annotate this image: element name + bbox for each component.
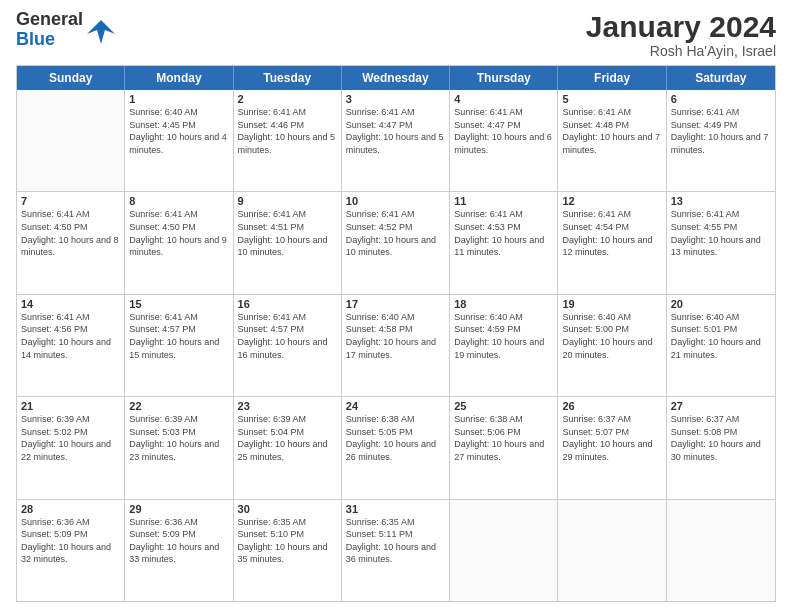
day-info: Sunrise: 6:41 AMSunset: 4:57 PMDaylight:… <box>238 311 337 361</box>
calendar-cell: 13Sunrise: 6:41 AMSunset: 4:55 PMDayligh… <box>667 192 775 293</box>
header-day-monday: Monday <box>125 66 233 90</box>
day-info: Sunrise: 6:41 AMSunset: 4:53 PMDaylight:… <box>454 208 553 258</box>
calendar-cell: 30Sunrise: 6:35 AMSunset: 5:10 PMDayligh… <box>234 500 342 601</box>
calendar-cell: 17Sunrise: 6:40 AMSunset: 4:58 PMDayligh… <box>342 295 450 396</box>
logo-general: General <box>16 10 83 30</box>
day-number: 21 <box>21 400 120 412</box>
day-number: 28 <box>21 503 120 515</box>
day-number: 15 <box>129 298 228 310</box>
header-day-thursday: Thursday <box>450 66 558 90</box>
header-day-tuesday: Tuesday <box>234 66 342 90</box>
calendar-cell: 4Sunrise: 6:41 AMSunset: 4:47 PMDaylight… <box>450 90 558 191</box>
header: General Blue January 2024 Rosh Ha'Ayin, … <box>16 10 776 59</box>
calendar-cell: 18Sunrise: 6:40 AMSunset: 4:59 PMDayligh… <box>450 295 558 396</box>
calendar-cell <box>558 500 666 601</box>
day-number: 26 <box>562 400 661 412</box>
day-info: Sunrise: 6:35 AMSunset: 5:10 PMDaylight:… <box>238 516 337 566</box>
day-number: 20 <box>671 298 771 310</box>
day-number: 4 <box>454 93 553 105</box>
calendar-cell: 14Sunrise: 6:41 AMSunset: 4:56 PMDayligh… <box>17 295 125 396</box>
logo-blue: Blue <box>16 30 83 50</box>
day-info: Sunrise: 6:41 AMSunset: 4:50 PMDaylight:… <box>21 208 120 258</box>
day-number: 27 <box>671 400 771 412</box>
day-info: Sunrise: 6:41 AMSunset: 4:52 PMDaylight:… <box>346 208 445 258</box>
day-info: Sunrise: 6:38 AMSunset: 5:05 PMDaylight:… <box>346 413 445 463</box>
day-number: 12 <box>562 195 661 207</box>
day-info: Sunrise: 6:36 AMSunset: 5:09 PMDaylight:… <box>129 516 228 566</box>
logo: General Blue <box>16 10 115 50</box>
calendar-cell <box>667 500 775 601</box>
day-info: Sunrise: 6:41 AMSunset: 4:48 PMDaylight:… <box>562 106 661 156</box>
day-number: 18 <box>454 298 553 310</box>
calendar-cell: 5Sunrise: 6:41 AMSunset: 4:48 PMDaylight… <box>558 90 666 191</box>
calendar-cell: 28Sunrise: 6:36 AMSunset: 5:09 PMDayligh… <box>17 500 125 601</box>
day-number: 31 <box>346 503 445 515</box>
logo-bird-icon <box>87 16 115 44</box>
day-info: Sunrise: 6:37 AMSunset: 5:07 PMDaylight:… <box>562 413 661 463</box>
header-day-wednesday: Wednesday <box>342 66 450 90</box>
day-info: Sunrise: 6:39 AMSunset: 5:03 PMDaylight:… <box>129 413 228 463</box>
calendar-row-5: 28Sunrise: 6:36 AMSunset: 5:09 PMDayligh… <box>17 500 775 601</box>
calendar-cell: 12Sunrise: 6:41 AMSunset: 4:54 PMDayligh… <box>558 192 666 293</box>
day-info: Sunrise: 6:41 AMSunset: 4:57 PMDaylight:… <box>129 311 228 361</box>
title-area: January 2024 Rosh Ha'Ayin, Israel <box>586 10 776 59</box>
day-number: 13 <box>671 195 771 207</box>
day-info: Sunrise: 6:35 AMSunset: 5:11 PMDaylight:… <box>346 516 445 566</box>
calendar-cell: 20Sunrise: 6:40 AMSunset: 5:01 PMDayligh… <box>667 295 775 396</box>
day-number: 16 <box>238 298 337 310</box>
day-number: 24 <box>346 400 445 412</box>
calendar-cell: 22Sunrise: 6:39 AMSunset: 5:03 PMDayligh… <box>125 397 233 498</box>
calendar-cell: 21Sunrise: 6:39 AMSunset: 5:02 PMDayligh… <box>17 397 125 498</box>
day-number: 30 <box>238 503 337 515</box>
calendar-cell: 16Sunrise: 6:41 AMSunset: 4:57 PMDayligh… <box>234 295 342 396</box>
calendar-row-2: 7Sunrise: 6:41 AMSunset: 4:50 PMDaylight… <box>17 192 775 294</box>
day-info: Sunrise: 6:41 AMSunset: 4:50 PMDaylight:… <box>129 208 228 258</box>
day-info: Sunrise: 6:41 AMSunset: 4:54 PMDaylight:… <box>562 208 661 258</box>
day-info: Sunrise: 6:39 AMSunset: 5:04 PMDaylight:… <box>238 413 337 463</box>
calendar-cell: 27Sunrise: 6:37 AMSunset: 5:08 PMDayligh… <box>667 397 775 498</box>
day-number: 11 <box>454 195 553 207</box>
calendar-cell: 26Sunrise: 6:37 AMSunset: 5:07 PMDayligh… <box>558 397 666 498</box>
calendar-cell: 9Sunrise: 6:41 AMSunset: 4:51 PMDaylight… <box>234 192 342 293</box>
calendar-cell <box>450 500 558 601</box>
day-number: 10 <box>346 195 445 207</box>
day-info: Sunrise: 6:41 AMSunset: 4:47 PMDaylight:… <box>346 106 445 156</box>
day-number: 2 <box>238 93 337 105</box>
day-number: 1 <box>129 93 228 105</box>
calendar-cell <box>17 90 125 191</box>
header-day-sunday: Sunday <box>17 66 125 90</box>
svg-marker-0 <box>87 20 115 44</box>
calendar-cell: 31Sunrise: 6:35 AMSunset: 5:11 PMDayligh… <box>342 500 450 601</box>
calendar-cell: 6Sunrise: 6:41 AMSunset: 4:49 PMDaylight… <box>667 90 775 191</box>
day-info: Sunrise: 6:41 AMSunset: 4:46 PMDaylight:… <box>238 106 337 156</box>
day-number: 29 <box>129 503 228 515</box>
calendar-cell: 3Sunrise: 6:41 AMSunset: 4:47 PMDaylight… <box>342 90 450 191</box>
day-info: Sunrise: 6:41 AMSunset: 4:55 PMDaylight:… <box>671 208 771 258</box>
calendar-cell: 1Sunrise: 6:40 AMSunset: 4:45 PMDaylight… <box>125 90 233 191</box>
day-number: 23 <box>238 400 337 412</box>
logo-text: General Blue <box>16 10 83 50</box>
calendar-cell: 23Sunrise: 6:39 AMSunset: 5:04 PMDayligh… <box>234 397 342 498</box>
day-number: 7 <box>21 195 120 207</box>
day-number: 8 <box>129 195 228 207</box>
calendar-cell: 10Sunrise: 6:41 AMSunset: 4:52 PMDayligh… <box>342 192 450 293</box>
calendar-cell: 24Sunrise: 6:38 AMSunset: 5:05 PMDayligh… <box>342 397 450 498</box>
day-number: 5 <box>562 93 661 105</box>
calendar-cell: 2Sunrise: 6:41 AMSunset: 4:46 PMDaylight… <box>234 90 342 191</box>
day-info: Sunrise: 6:41 AMSunset: 4:49 PMDaylight:… <box>671 106 771 156</box>
calendar-cell: 29Sunrise: 6:36 AMSunset: 5:09 PMDayligh… <box>125 500 233 601</box>
calendar-cell: 8Sunrise: 6:41 AMSunset: 4:50 PMDaylight… <box>125 192 233 293</box>
header-day-saturday: Saturday <box>667 66 775 90</box>
calendar-cell: 11Sunrise: 6:41 AMSunset: 4:53 PMDayligh… <box>450 192 558 293</box>
location: Rosh Ha'Ayin, Israel <box>586 43 776 59</box>
calendar: SundayMondayTuesdayWednesdayThursdayFrid… <box>16 65 776 602</box>
day-info: Sunrise: 6:40 AMSunset: 4:45 PMDaylight:… <box>129 106 228 156</box>
calendar-cell: 7Sunrise: 6:41 AMSunset: 4:50 PMDaylight… <box>17 192 125 293</box>
day-number: 14 <box>21 298 120 310</box>
day-info: Sunrise: 6:41 AMSunset: 4:47 PMDaylight:… <box>454 106 553 156</box>
calendar-row-1: 1Sunrise: 6:40 AMSunset: 4:45 PMDaylight… <box>17 90 775 192</box>
day-info: Sunrise: 6:39 AMSunset: 5:02 PMDaylight:… <box>21 413 120 463</box>
day-number: 22 <box>129 400 228 412</box>
day-info: Sunrise: 6:41 AMSunset: 4:51 PMDaylight:… <box>238 208 337 258</box>
month-title: January 2024 <box>586 10 776 43</box>
